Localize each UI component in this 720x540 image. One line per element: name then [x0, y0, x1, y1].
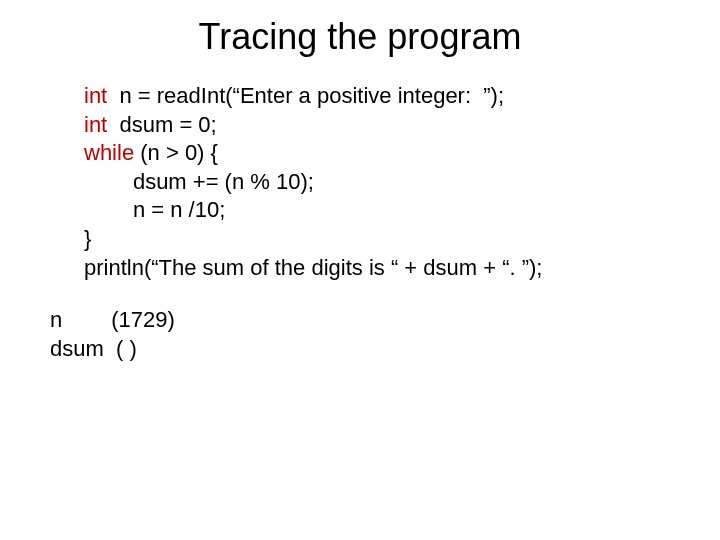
code-line-5: n = n /10;	[84, 196, 660, 225]
code-line-4: dsum += (n % 10);	[84, 168, 660, 197]
code-line-1: int n = readInt(“Enter a positive intege…	[84, 82, 660, 111]
keyword-while: while	[84, 140, 134, 165]
trace-block: n (1729) dsum ( )	[50, 306, 720, 363]
trace-var-dsum: dsum	[50, 336, 104, 361]
code-line-7: println(“The sum of the digits is “ + ds…	[84, 254, 660, 283]
code-line-2: int dsum = 0;	[84, 111, 660, 140]
code-block: int n = readInt(“Enter a positive intege…	[84, 82, 660, 282]
code-line-3: while (n > 0) {	[84, 139, 660, 168]
code-text: dsum = 0;	[107, 112, 216, 137]
keyword-int: int	[84, 112, 107, 137]
trace-row-dsum: dsum ( )	[50, 335, 720, 364]
trace-value-n: (1729)	[111, 307, 175, 332]
trace-var-n: n	[50, 307, 62, 332]
trace-value-dsum: ( )	[116, 336, 137, 361]
trace-row-n: n (1729)	[50, 306, 720, 335]
code-text: n = readInt(“Enter a positive integer: ”…	[107, 83, 504, 108]
keyword-int: int	[84, 83, 107, 108]
code-text: (n > 0) {	[134, 140, 218, 165]
slide-title: Tracing the program	[0, 0, 720, 82]
code-line-6: }	[84, 225, 660, 254]
